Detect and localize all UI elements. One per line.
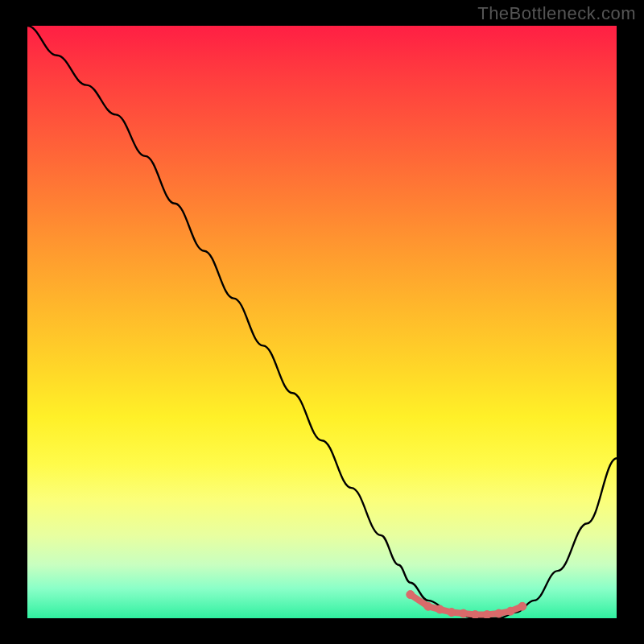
svg-point-2 <box>436 605 444 613</box>
watermark: TheBottleneck.com <box>477 3 636 24</box>
svg-point-0 <box>407 591 415 599</box>
svg-point-1 <box>424 602 432 610</box>
bottleneck-curve <box>27 26 617 618</box>
curve-layer <box>27 26 617 618</box>
plot-area <box>27 26 617 618</box>
svg-point-8 <box>506 607 514 615</box>
chart-frame: TheBottleneck.com <box>0 0 644 644</box>
svg-point-9 <box>518 602 526 610</box>
svg-point-3 <box>448 609 456 617</box>
svg-point-7 <box>495 609 503 617</box>
svg-point-4 <box>460 609 468 617</box>
svg-point-6 <box>483 611 491 618</box>
svg-point-5 <box>471 611 479 618</box>
optimal-range-markers <box>407 591 526 618</box>
